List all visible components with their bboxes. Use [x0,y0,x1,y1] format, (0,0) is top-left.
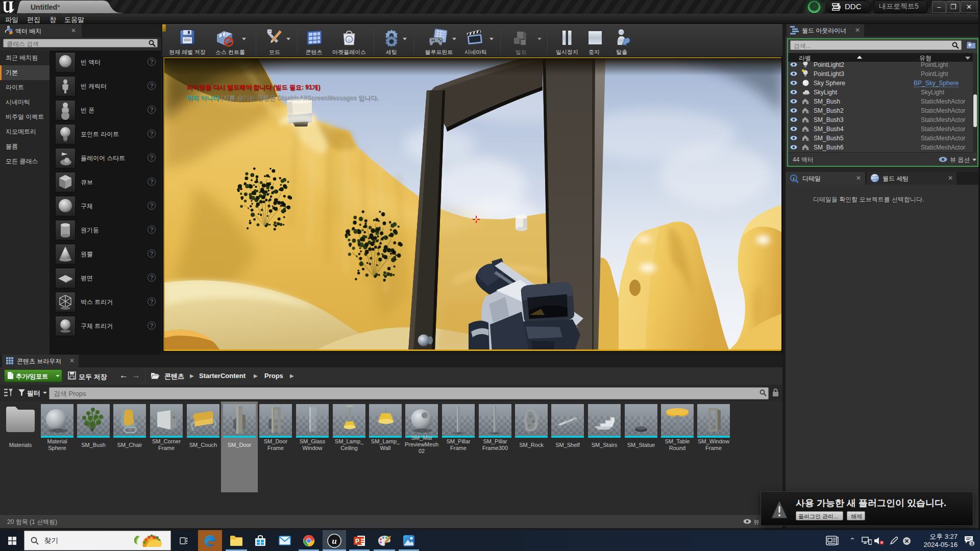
svg-text:i: i [793,176,795,181]
svg-text:u: u [332,536,336,546]
svg-text:u: u [348,37,351,42]
svg-text:3: 3 [970,541,973,546]
svg-text:P: P [355,538,359,545]
